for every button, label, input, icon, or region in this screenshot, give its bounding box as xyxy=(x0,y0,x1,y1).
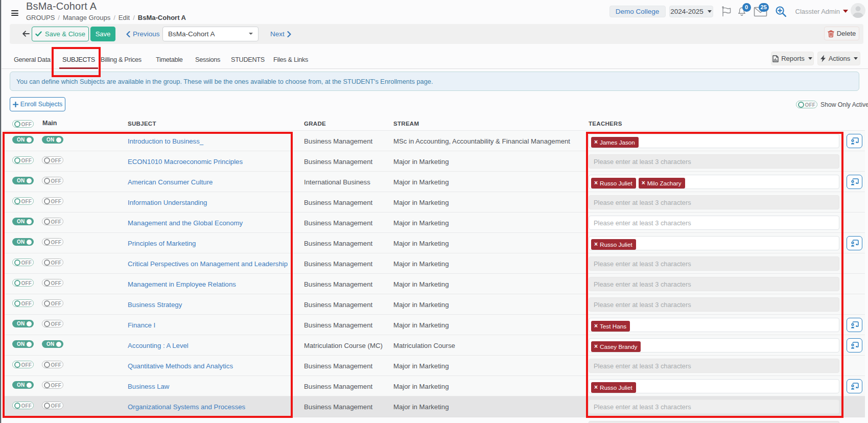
subject-link[interactable]: Management in Employee Relations xyxy=(128,280,236,288)
tab-general-data[interactable]: General Data xyxy=(14,51,51,69)
teachers-input[interactable]: Please enter at least 3 characters xyxy=(589,359,839,373)
teachers-input[interactable]: Please enter at least 3 characters xyxy=(589,277,839,291)
avatar[interactable] xyxy=(851,3,865,18)
tab-billing-prices[interactable]: Billing & Prices xyxy=(101,51,142,69)
teachers-input[interactable]: Please enter at least 3 characters xyxy=(589,154,839,169)
row-main-toggle[interactable]: OFF xyxy=(42,218,63,225)
teacher-chip[interactable]: ×Milo Zachary xyxy=(639,178,685,189)
breadcrumb-edit[interactable]: Edit xyxy=(119,14,130,21)
remove-teacher-icon[interactable]: × xyxy=(594,179,598,186)
subject-link[interactable]: Critical Perspectives on Management and … xyxy=(128,260,288,268)
row-main-toggle[interactable]: OFF xyxy=(42,177,63,184)
row-active-toggle[interactable]: ON xyxy=(12,340,34,348)
row-active-toggle[interactable]: ON xyxy=(12,320,34,327)
flag-icon[interactable] xyxy=(721,5,733,17)
show-only-active-toggle[interactable]: OFF xyxy=(796,101,817,108)
messages-envelope-icon[interactable]: 25 xyxy=(754,5,768,17)
teacher-chip[interactable]: ×James Jason xyxy=(591,137,639,148)
row-main-toggle[interactable]: OFF xyxy=(42,299,63,307)
teacher-chip[interactable]: ×Russo Juliet xyxy=(591,178,636,189)
hamburger-menu-icon[interactable] xyxy=(11,10,18,17)
subject-link[interactable]: Quantitative Methods and Analytics xyxy=(128,362,233,370)
teachers-input[interactable]: ×Test Hans xyxy=(589,318,839,332)
tab-sessions[interactable]: Sessions xyxy=(195,51,220,69)
subject-link[interactable]: ECON1010 Macroeconomic Principles xyxy=(128,158,243,166)
teacher-chip[interactable]: ×Casey Brandy xyxy=(591,341,641,352)
teacher-chip[interactable]: ×Test Hans xyxy=(591,321,630,332)
subject-link[interactable]: Information Understanding xyxy=(128,199,207,206)
remove-teacher-icon[interactable]: × xyxy=(594,241,598,248)
subject-link[interactable]: Business Law xyxy=(128,383,169,390)
remove-teacher-icon[interactable]: × xyxy=(594,384,598,391)
reports-dropdown[interactable]: Reports xyxy=(771,52,814,65)
teachers-filter-input[interactable] xyxy=(589,421,839,423)
teachers-input[interactable]: Please enter at least 3 characters xyxy=(589,400,839,414)
row-active-toggle[interactable]: ON xyxy=(12,381,34,389)
subject-link[interactable]: Business Strategy xyxy=(128,301,182,309)
teacher-hours-button[interactable] xyxy=(847,134,862,148)
breadcrumb-groups[interactable]: GROUPS xyxy=(26,14,55,21)
delete-button[interactable]: Delete xyxy=(824,27,859,40)
row-active-toggle[interactable]: ON xyxy=(12,218,34,225)
remove-teacher-icon[interactable]: × xyxy=(594,322,598,330)
tab-students[interactable]: STUDENTS xyxy=(231,51,265,69)
zoom-in-icon[interactable] xyxy=(774,5,788,17)
subject-link[interactable]: Finance I xyxy=(128,321,155,329)
row-active-toggle[interactable]: OFF xyxy=(12,361,34,368)
teachers-input[interactable]: ×Russo Juliet xyxy=(589,236,839,250)
row-active-toggle[interactable]: ON xyxy=(12,177,34,184)
teacher-hours-button[interactable] xyxy=(847,338,862,353)
teachers-input[interactable]: Please enter at least 3 characters xyxy=(589,256,839,271)
row-active-toggle[interactable]: ON xyxy=(12,238,34,246)
row-main-toggle[interactable]: OFF xyxy=(42,279,63,287)
teachers-input[interactable]: Please enter at least 3 characters xyxy=(589,297,839,312)
teachers-input[interactable]: ×Russo Juliet×Milo Zachary xyxy=(589,175,839,189)
subject-link[interactable]: Introduction to Business_ xyxy=(128,137,203,145)
teacher-chip[interactable]: ×Russo Juliet xyxy=(591,382,636,393)
row-main-toggle[interactable]: OFF xyxy=(42,402,63,409)
group-selector[interactable]: BsMa-Cohort A xyxy=(162,27,259,41)
row-main-toggle[interactable]: OFF xyxy=(42,361,63,368)
row-active-toggle[interactable]: OFF xyxy=(12,299,34,307)
teachers-input[interactable]: ×Casey Brandy xyxy=(589,338,839,353)
teachers-input[interactable]: ×James Jason xyxy=(589,134,839,148)
subject-link[interactable]: Accounting : A Level xyxy=(128,342,189,349)
user-menu[interactable]: Classter Admin xyxy=(795,8,848,15)
row-main-toggle[interactable]: ON xyxy=(42,136,63,144)
actions-dropdown[interactable]: Actions xyxy=(817,52,860,65)
subject-link[interactable]: Management and the Global Economy xyxy=(128,219,243,227)
save-close-button[interactable]: Save & Close xyxy=(32,27,89,41)
previous-button[interactable]: Previous xyxy=(126,30,160,38)
next-button[interactable]: Next xyxy=(270,30,291,38)
teachers-input[interactable]: Please enter at least 3 characters xyxy=(589,216,839,230)
subject-link[interactable]: Organizational Systems and Processes xyxy=(128,403,245,411)
row-main-toggle[interactable]: ON xyxy=(42,340,63,348)
teacher-hours-button[interactable] xyxy=(847,379,862,393)
school-button[interactable]: Demo College xyxy=(609,6,666,17)
teacher-hours-button[interactable] xyxy=(847,236,862,250)
row-active-toggle[interactable]: OFF xyxy=(12,402,34,409)
row-active-toggle[interactable]: OFF xyxy=(12,258,34,266)
row-main-toggle[interactable]: OFF xyxy=(42,238,63,246)
tab-files-links[interactable]: Files & Links xyxy=(273,51,308,69)
subject-link[interactable]: American Consumer Culture xyxy=(128,178,213,186)
remove-teacher-icon[interactable]: × xyxy=(594,343,598,350)
enroll-subjects-button[interactable]: Enroll Subjects xyxy=(10,97,65,111)
row-main-toggle[interactable]: OFF xyxy=(42,258,63,266)
year-selector[interactable]: 2024-2025 xyxy=(669,6,713,17)
teachers-input[interactable]: Please enter at least 3 characters xyxy=(589,195,839,209)
row-main-toggle[interactable]: OFF xyxy=(42,381,63,389)
remove-teacher-icon[interactable]: × xyxy=(594,138,598,146)
subject-link[interactable]: Principles of Marketing xyxy=(128,240,196,247)
row-active-toggle[interactable]: ON xyxy=(12,136,34,144)
breadcrumb-manage-groups[interactable]: Manage Groups xyxy=(63,14,110,21)
header-active-toggle[interactable]: OFF xyxy=(12,120,34,128)
teacher-hours-button[interactable] xyxy=(847,318,862,332)
save-button[interactable]: Save xyxy=(90,27,115,41)
row-main-toggle[interactable]: OFF xyxy=(42,320,63,327)
row-main-toggle[interactable]: OFF xyxy=(42,156,63,164)
teacher-hours-button[interactable] xyxy=(847,175,862,189)
teacher-chip[interactable]: ×Russo Juliet xyxy=(591,239,636,250)
teachers-input[interactable]: ×Russo Juliet xyxy=(589,379,839,393)
row-active-toggle[interactable]: OFF xyxy=(12,279,34,287)
